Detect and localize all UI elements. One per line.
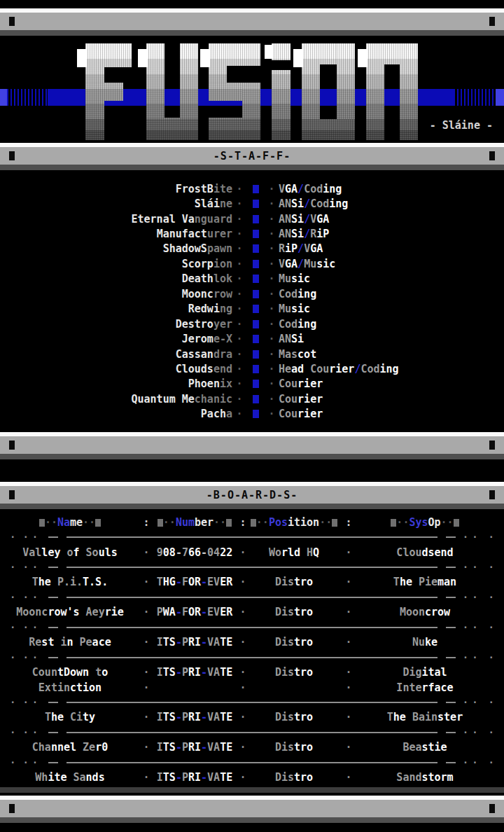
table-row: Channel Zer0·ITS-PRI-VATE·Distro·Beastie bbox=[0, 740, 504, 755]
table-row: Extinction···Interface bbox=[0, 680, 504, 695]
cell-number: ITS-PRI-VATE bbox=[153, 666, 237, 679]
staff-title: -S-T-A-F-F- bbox=[214, 150, 290, 162]
staff-name: Jerome-X bbox=[0, 333, 232, 345]
staff-separator: · · bbox=[232, 213, 279, 226]
staff-row: Mooncrow· ·Coding bbox=[0, 286, 504, 301]
cell-name: The P.i.T.S. bbox=[0, 576, 140, 588]
staff-separator: · · bbox=[232, 183, 279, 195]
square-icon bbox=[95, 519, 101, 527]
blue-square-icon bbox=[253, 290, 259, 298]
staff-row: Phoenix· ·Courier bbox=[0, 377, 504, 391]
column-header-position: ··Position·· bbox=[249, 516, 339, 529]
staff-separator: · · bbox=[232, 258, 279, 270]
staff-separator: · · bbox=[232, 348, 279, 361]
column-header-number: ··Number·· bbox=[153, 516, 237, 529]
boards-bottom-edge bbox=[0, 787, 504, 793]
staff-row: Cassandra· ·Mascot bbox=[0, 347, 504, 361]
boards-table: ··Name··:··Number··:··Position··:··SysOp… bbox=[0, 515, 504, 785]
cell-sysop: The Pieman bbox=[358, 576, 491, 588]
staff-name: Mooncrow bbox=[0, 288, 232, 300]
logo-letter-o bbox=[302, 43, 355, 140]
fusion-logo: - Sláine - bbox=[0, 43, 504, 140]
staff-row: Scorpion· ·VGA/Music bbox=[0, 256, 504, 271]
blue-square-icon bbox=[253, 230, 259, 238]
staff-separator: · · bbox=[232, 408, 279, 420]
blue-square-icon bbox=[253, 395, 259, 403]
blue-square-icon bbox=[253, 215, 259, 223]
staff-header-bar: -S-T-A-F-F- bbox=[0, 143, 504, 170]
cell-sysop: Mooncrow bbox=[358, 606, 491, 618]
staff-row: Cloudsend· ·Head Courier/Coding bbox=[0, 361, 504, 376]
cell-name: Rest in Peace bbox=[0, 636, 140, 649]
staff-role: Courier bbox=[279, 377, 504, 390]
row-divider: ······ bbox=[0, 560, 504, 574]
bar-body bbox=[0, 13, 504, 30]
row-divider: ······ bbox=[0, 590, 504, 604]
blue-square-icon bbox=[253, 410, 259, 418]
staff-role: ANSi/Coding bbox=[279, 197, 504, 210]
blue-square-icon bbox=[253, 200, 259, 208]
cell-number: PWA-FOR-EVER bbox=[153, 606, 237, 618]
staff-separator: · · bbox=[232, 303, 279, 315]
bar-shadow bbox=[0, 30, 504, 36]
cell-sysop: Nuke bbox=[358, 636, 491, 649]
staff-role: RiP/VGA bbox=[279, 242, 504, 255]
cell-number: 908-766-0422 bbox=[153, 546, 237, 559]
logo-letter-u bbox=[146, 43, 198, 140]
staff-role: Music bbox=[279, 272, 504, 285]
row-divider: ······ bbox=[0, 650, 504, 665]
staff-separator: · · bbox=[232, 333, 279, 345]
blue-square-icon bbox=[253, 380, 259, 388]
blue-square-icon bbox=[253, 185, 259, 193]
logo-letter-n bbox=[366, 43, 418, 140]
blue-square-icon bbox=[253, 260, 259, 268]
cell-name: The City bbox=[0, 711, 140, 723]
cell-name: Channel Zer0 bbox=[0, 741, 140, 754]
cell-position: World HQ bbox=[249, 546, 339, 559]
table-row: The City·ITS-PRI-VATE·Distro·The Bainste… bbox=[0, 710, 504, 725]
staff-role: Coding bbox=[279, 288, 504, 300]
cell-name: Mooncrow's Aeyrie bbox=[0, 606, 140, 618]
table-row: Mooncrow's Aeyrie·PWA-FOR-EVER·Distro·Mo… bbox=[0, 605, 504, 620]
staff-role: Music bbox=[279, 303, 504, 315]
staff-role: Mascot bbox=[279, 348, 504, 361]
square-icon bbox=[226, 519, 232, 527]
cell-name: White Sands bbox=[0, 771, 140, 784]
blue-square-icon bbox=[253, 320, 259, 328]
staff-name: Quantum Mechanic bbox=[0, 393, 232, 405]
cell-sysop: The Bainster bbox=[358, 711, 491, 723]
table-row: Rest in Peace·ITS-PRI-VATE·Distro·Nuke bbox=[0, 635, 504, 650]
row-divider: ······ bbox=[0, 755, 504, 770]
staff-role: ANSi/RiP bbox=[279, 228, 504, 240]
staff-separator: · · bbox=[232, 242, 279, 255]
table-row: Valley of Souls·908-766-0422·World HQ·Cl… bbox=[0, 545, 504, 560]
staff-role: ANSi bbox=[279, 333, 504, 345]
staff-name: FrostBite bbox=[0, 183, 232, 195]
staff-name: Sláine bbox=[0, 197, 232, 210]
staff-separator: · · bbox=[232, 377, 279, 390]
table-header-row: ··Name··:··Number··:··Position··:··SysOp… bbox=[0, 515, 504, 529]
row-divider: ······ bbox=[0, 620, 504, 635]
staff-row: Destroyer· ·Coding bbox=[0, 317, 504, 331]
staff-row: Deathlok· ·Music bbox=[0, 272, 504, 286]
ansi-art-page: - Sláine - -S-T-A-F-F- FrostBite· ·VGA/C… bbox=[0, 0, 504, 832]
cell-sysop: Interface bbox=[358, 681, 491, 694]
cell-name: CountDown to bbox=[0, 666, 140, 679]
staff-name: Redwing bbox=[0, 303, 232, 315]
boards-title: -B-O-A-R-D-S- bbox=[206, 489, 298, 501]
staff-name: Phoenix bbox=[0, 377, 232, 390]
staff-row: Manufacturer· ·ANSi/RiP bbox=[0, 226, 504, 241]
staff-row: Sláine· ·ANSi/Coding bbox=[0, 196, 504, 211]
blue-square-icon bbox=[253, 350, 259, 359]
blue-square-icon bbox=[253, 244, 259, 253]
top-bar bbox=[0, 8, 504, 36]
blue-square-icon bbox=[253, 335, 259, 343]
staff-row: FrostBite· ·VGA/Coding bbox=[0, 181, 504, 196]
blue-square-icon bbox=[253, 305, 259, 313]
staff-separator: · · bbox=[232, 363, 279, 375]
staff-row: Pacha· ·Courier bbox=[0, 407, 504, 422]
cell-sysop: Beastie bbox=[358, 741, 491, 754]
cell-number: ITS-PRI-VATE bbox=[153, 636, 237, 649]
staff-role: ANSi/VGA bbox=[279, 213, 504, 226]
staff-name: Pacha bbox=[0, 408, 232, 420]
